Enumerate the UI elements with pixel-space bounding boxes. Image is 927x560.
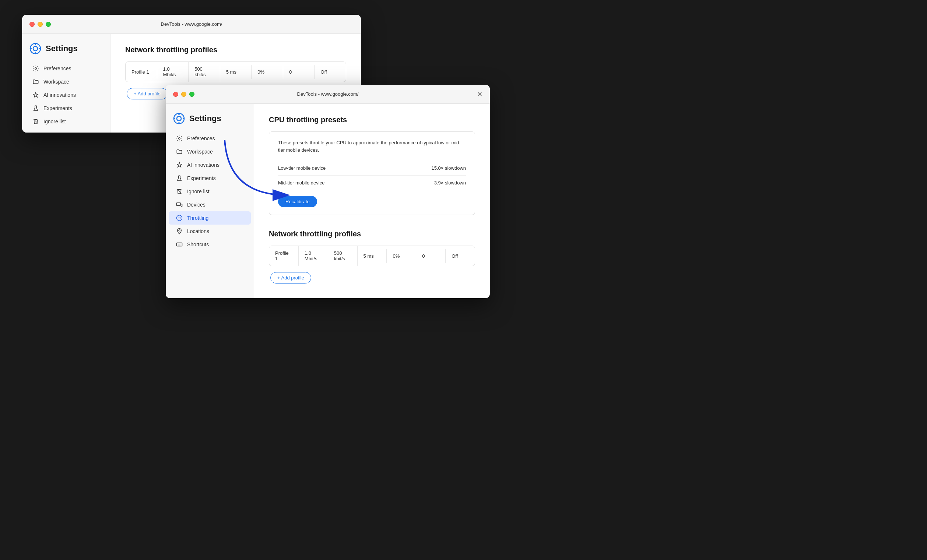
sidebar-item-label: Ignore list xyxy=(44,118,66,124)
ignore-icon xyxy=(32,118,39,125)
window-2: DevTools - www.google.com/ ✕ Settings xyxy=(166,85,490,298)
profile-status-cell: Off xyxy=(315,65,346,79)
pin-icon-2 xyxy=(176,228,183,235)
sidebar-item-workspace-2[interactable]: Workspace xyxy=(169,145,251,158)
flask-icon-2 xyxy=(176,175,183,182)
cpu-section: CPU throttling presets These presets thr… xyxy=(269,115,475,215)
sidebar-item-throttling-2[interactable]: Throttling xyxy=(169,211,251,225)
minimize-button-1[interactable] xyxy=(38,22,43,27)
sidebar-item-experiments-1[interactable]: Experiments xyxy=(25,102,107,115)
add-profile-button-2[interactable]: + Add profile xyxy=(271,272,311,284)
profile-name-cell: Profile 1 xyxy=(126,65,157,79)
svg-point-16 xyxy=(178,122,180,124)
network-section-2: Network throttling profiles Profile 1 1.… xyxy=(269,230,475,284)
profile-loss-cell: 0% xyxy=(252,65,283,79)
gear-icon xyxy=(32,65,39,72)
settings-logo-icon-2 xyxy=(173,113,185,124)
sidebar-item-preferences-2[interactable]: Preferences xyxy=(169,132,251,145)
sidebar-label-experiments: Experiments xyxy=(187,175,216,181)
preset-low-name: Low-tier mobile device xyxy=(278,165,325,171)
sidebar-item-label: Experiments xyxy=(44,105,72,111)
keyboard-icon-2 xyxy=(176,241,183,248)
sidebar-header-1: Settings xyxy=(22,40,110,62)
minimize-button-2[interactable] xyxy=(181,92,186,97)
sparkle-icon-2 xyxy=(176,162,183,168)
profile-queue-cell: 0 xyxy=(283,65,315,79)
sidebar-item-ignore-1[interactable]: Ignore list xyxy=(25,115,107,128)
sidebar-item-ai-2[interactable]: AI innovations xyxy=(169,158,251,171)
gear-icon-2 xyxy=(176,135,183,142)
sidebar-item-locations-2[interactable]: Locations xyxy=(169,225,251,238)
sidebar-1: Settings Preferences Workspace AI innova… xyxy=(22,34,111,132)
traffic-lights-1 xyxy=(29,22,51,27)
settings-logo-icon xyxy=(29,43,41,55)
sidebar-item-devices-1[interactable]: Devices xyxy=(25,128,107,132)
svg-point-7 xyxy=(35,44,36,45)
sidebar-label-ai: AI innovations xyxy=(187,162,219,168)
titlebar-1: DevTools - www.google.com/ xyxy=(22,15,361,34)
close-button-1[interactable] xyxy=(29,22,35,27)
sidebar-item-ai-1[interactable]: AI innovations xyxy=(25,88,107,102)
preset-mid-name: Mid-tier mobile device xyxy=(278,180,324,185)
recalibrate-button[interactable]: Recalibrate xyxy=(278,196,317,207)
traffic-lights-2 xyxy=(173,92,195,97)
svg-point-19 xyxy=(180,218,181,219)
sidebar-header-2: Settings xyxy=(166,110,254,132)
svg-point-8 xyxy=(35,52,36,54)
sidebar-item-label: AI innovations xyxy=(44,92,76,98)
sidebar-item-devices-2[interactable]: Devices xyxy=(169,198,251,211)
svg-point-6 xyxy=(33,46,38,51)
profile-row-1: Profile 1 1.0 Mbit/s 500 kbit/s 5 ms 0% … xyxy=(126,62,346,82)
sidebar-item-workspace-1[interactable]: Workspace xyxy=(25,75,107,88)
profile-download-cell: 1.0 Mbit/s xyxy=(157,62,189,82)
sidebar-2: Settings Preferences Workspace AI innova… xyxy=(166,104,254,298)
profile-table-1: Profile 1 1.0 Mbit/s 500 kbit/s 5 ms 0% … xyxy=(125,61,346,82)
svg-point-17 xyxy=(174,118,175,119)
preset-low-value: 15.0× slowdown xyxy=(431,165,466,171)
ignore-icon-2 xyxy=(176,188,183,195)
devices-icon xyxy=(32,131,39,132)
profile-latency-cell: 5 ms xyxy=(220,65,252,79)
main-content-2: CPU throttling presets These presets thr… xyxy=(254,104,490,298)
folder-icon-2 xyxy=(176,149,183,155)
maximize-button-2[interactable] xyxy=(189,92,195,97)
sidebar-label-devices: Devices xyxy=(187,202,205,208)
window-title-1: DevTools - www.google.com/ xyxy=(161,21,222,27)
profile-name-2: Profile 1 xyxy=(269,246,299,266)
folder-icon xyxy=(32,79,39,85)
profile-latency-2: 5 ms xyxy=(358,249,387,263)
network-section-title-1: Network throttling profiles xyxy=(125,46,346,54)
cpu-section-title: CPU throttling presets xyxy=(269,115,475,124)
sidebar-label-throttling: Throttling xyxy=(187,215,208,221)
sidebar-label-workspace: Workspace xyxy=(187,149,213,155)
sidebar-label-locations: Locations xyxy=(187,228,209,234)
svg-point-9 xyxy=(30,48,32,49)
add-profile-button-1[interactable]: + Add profile xyxy=(127,88,167,99)
sidebar-item-ignore-2[interactable]: Ignore list xyxy=(169,185,251,198)
preset-mid-value: 3.9× slowdown xyxy=(434,180,466,185)
profile-queue-2: 0 xyxy=(416,249,446,263)
devices-icon-2 xyxy=(176,201,183,208)
maximize-button-1[interactable] xyxy=(46,22,51,27)
profile-upload-2: 500 kbit/s xyxy=(328,246,358,266)
sidebar-item-label: Workspace xyxy=(44,79,69,85)
svg-point-15 xyxy=(178,114,180,115)
sidebar-item-preferences-1[interactable]: Preferences xyxy=(25,62,107,75)
svg-point-5 xyxy=(30,44,41,54)
sidebar-label-ignore: Ignore list xyxy=(187,188,210,194)
profile-row-2: Profile 1 1.0 Mbit/s 500 kbit/s 5 ms 0% … xyxy=(269,246,475,266)
svg-point-10 xyxy=(39,48,41,49)
sidebar-item-experiments-2[interactable]: Experiments xyxy=(169,171,251,185)
close-x-button-2[interactable]: ✕ xyxy=(477,91,482,97)
cpu-info-text: These presets throttle your CPU to appro… xyxy=(278,139,466,153)
sidebar-item-label: Devices xyxy=(44,132,62,132)
cpu-info-box: These presets throttle your CPU to appro… xyxy=(269,131,475,215)
close-button-2[interactable] xyxy=(173,92,178,97)
sidebar-title-2: Settings xyxy=(189,114,221,123)
svg-point-14 xyxy=(177,116,181,121)
profile-status-2: Off xyxy=(446,249,475,263)
svg-point-13 xyxy=(174,114,184,124)
sidebar-item-shortcuts-2[interactable]: Shortcuts xyxy=(169,238,251,251)
preset-row-low: Low-tier mobile device 15.0× slowdown xyxy=(278,161,466,176)
window-title-2: DevTools - www.google.com/ xyxy=(297,91,359,97)
